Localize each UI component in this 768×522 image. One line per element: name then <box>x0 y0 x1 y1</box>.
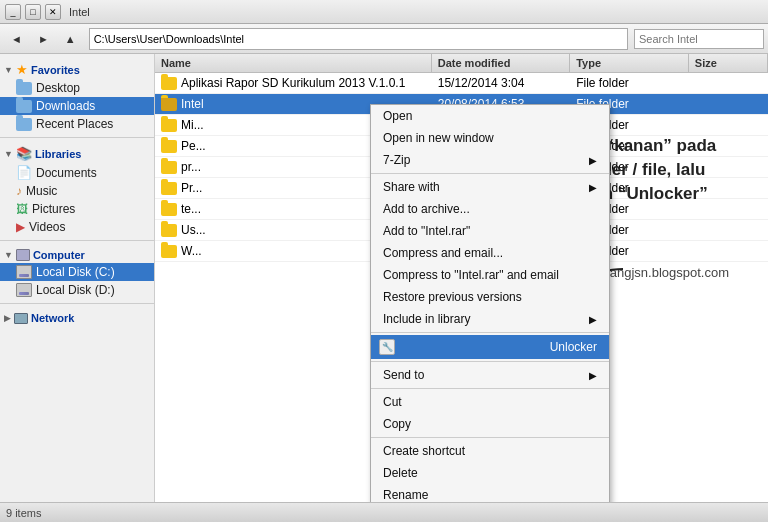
sidebar-item-local-d[interactable]: Local Disk (D:) <box>0 281 154 299</box>
ctx-separator-3 <box>371 361 609 362</box>
header-type[interactable]: Type <box>570 54 689 72</box>
file-date: 15/12/2014 3:04 <box>432 73 570 93</box>
ctx-compress-email[interactable]: Compress and email... <box>371 242 609 264</box>
header-date[interactable]: Date modified <box>432 54 570 72</box>
computer-section[interactable]: ▼ Computer <box>0 245 154 263</box>
local-d-icon <box>16 283 32 297</box>
ctx-delete[interactable]: Delete <box>371 462 609 484</box>
local-d-label: Local Disk (D:) <box>36 283 115 297</box>
folder-icon <box>161 203 177 216</box>
sidebar-item-desktop[interactable]: Desktop <box>0 79 154 97</box>
libraries-section[interactable]: ▼ 📚 Libraries <box>0 142 154 163</box>
music-label: Music <box>26 184 57 198</box>
back-button[interactable]: ◄ <box>4 30 29 48</box>
sidebar-divider-2 <box>0 240 154 241</box>
favorites-arrow: ▼ <box>4 65 13 75</box>
file-size <box>689 227 768 233</box>
address-bar[interactable]: C:\Users\User\Downloads\Intel <box>89 28 628 50</box>
recent-label: Recent Places <box>36 117 113 131</box>
ctx-add-archive[interactable]: Add to archive... <box>371 198 609 220</box>
music-icon: ♪ <box>16 184 22 198</box>
sidebar-item-music[interactable]: ♪ Music <box>0 182 154 200</box>
header-size[interactable]: Size <box>689 54 768 72</box>
sidebar-item-videos[interactable]: ▶ Videos <box>0 218 154 236</box>
file-list-header: Name Date modified Type Size <box>155 54 768 73</box>
ctx-create-shortcut[interactable]: Create shortcut <box>371 440 609 462</box>
ctx-copy[interactable]: Copy <box>371 413 609 435</box>
maximize-button[interactable]: □ <box>25 4 41 20</box>
toolbar: ◄ ► ▲ C:\Users\User\Downloads\Intel <box>0 24 768 54</box>
minimize-button[interactable]: _ <box>5 4 21 20</box>
network-section[interactable]: ▶ Network <box>0 308 154 326</box>
file-size <box>689 122 768 128</box>
sidebar-item-documents[interactable]: 📄 Documents <box>0 163 154 182</box>
downloads-label: Downloads <box>36 99 95 113</box>
sidebar-item-recent[interactable]: Recent Places <box>0 115 154 133</box>
ctx-include-library[interactable]: Include in library ▶ <box>371 308 609 330</box>
forward-button[interactable]: ► <box>31 30 56 48</box>
ctx-restore[interactable]: Restore previous versions <box>371 286 609 308</box>
unlocker-icon: 🔧 <box>379 339 395 355</box>
header-name[interactable]: Name <box>155 54 432 72</box>
ctx-send-to[interactable]: Send to ▶ <box>371 364 609 386</box>
videos-icon: ▶ <box>16 220 25 234</box>
address-text: C:\Users\User\Downloads\Intel <box>94 33 244 45</box>
ctx-compress-intel-email[interactable]: Compress to "Intel.rar" and email <box>371 264 609 286</box>
window-title: Intel <box>69 6 90 18</box>
ctx-separator-2 <box>371 332 609 333</box>
sidebar-item-pictures[interactable]: 🖼 Pictures <box>0 200 154 218</box>
folder-icon <box>161 245 177 258</box>
downloads-icon <box>16 100 32 113</box>
ctx-share-with[interactable]: Share with ▶ <box>371 176 609 198</box>
libraries-label: Libraries <box>35 148 81 160</box>
documents-label: Documents <box>36 166 97 180</box>
ctx-7zip[interactable]: 7-Zip ▶ <box>371 149 609 171</box>
ctx-separator-1 <box>371 173 609 174</box>
sidebar-item-downloads[interactable]: Downloads <box>0 97 154 115</box>
folder-icon <box>161 119 177 132</box>
file-list: Name Date modified Type Size Aplikasi Ra… <box>155 54 768 502</box>
item-count: 9 items <box>6 507 41 519</box>
folder-icon <box>161 140 177 153</box>
desktop-icon <box>16 82 32 95</box>
libraries-arrow: ▼ <box>4 149 13 159</box>
sidebar-divider-3 <box>0 303 154 304</box>
ctx-separator-5 <box>371 437 609 438</box>
search-input[interactable] <box>634 29 764 49</box>
file-size <box>689 143 768 149</box>
main-container: ▼ ★ Favorites Desktop Downloads Recent P… <box>0 54 768 502</box>
submenu-arrow: ▶ <box>589 155 597 166</box>
file-size <box>689 185 768 191</box>
up-button[interactable]: ▲ <box>58 30 83 48</box>
submenu-arrow: ▶ <box>589 370 597 381</box>
file-size <box>689 248 768 254</box>
ctx-open[interactable]: Open <box>371 105 609 127</box>
ctx-open-new-window[interactable]: Open in new window <box>371 127 609 149</box>
ctx-unlocker[interactable]: 🔧 Unlocker <box>371 335 609 359</box>
file-size <box>689 164 768 170</box>
computer-label: Computer <box>33 249 85 261</box>
context-menu: Open Open in new window 7-Zip ▶ Share wi… <box>370 104 610 502</box>
ctx-add-intel-rar[interactable]: Add to "Intel.rar" <box>371 220 609 242</box>
ctx-rename[interactable]: Rename <box>371 484 609 502</box>
favorites-section[interactable]: ▼ ★ Favorites <box>0 58 154 79</box>
computer-arrow: ▼ <box>4 250 13 260</box>
window-chrome: _ □ ✕ Intel <box>0 0 768 24</box>
recent-icon <box>16 118 32 131</box>
network-arrow: ▶ <box>4 313 11 323</box>
libraries-icon: 📚 <box>16 146 32 161</box>
table-row[interactable]: Aplikasi Rapor SD Kurikulum 2013 V.1.0.1… <box>155 73 768 94</box>
submenu-arrow: ▶ <box>589 314 597 325</box>
ctx-cut[interactable]: Cut <box>371 391 609 413</box>
folder-icon <box>161 224 177 237</box>
folder-icon <box>161 98 177 111</box>
file-type: File folder <box>570 73 689 93</box>
network-label: Network <box>31 312 74 324</box>
close-button[interactable]: ✕ <box>45 4 61 20</box>
network-icon <box>14 313 28 324</box>
ctx-separator-4 <box>371 388 609 389</box>
file-name: Aplikasi Rapor SD Kurikulum 2013 V.1.0.1 <box>155 73 432 93</box>
sidebar-item-local-c[interactable]: Local Disk (C:) <box>0 263 154 281</box>
submenu-arrow: ▶ <box>589 182 597 193</box>
folder-icon <box>161 182 177 195</box>
